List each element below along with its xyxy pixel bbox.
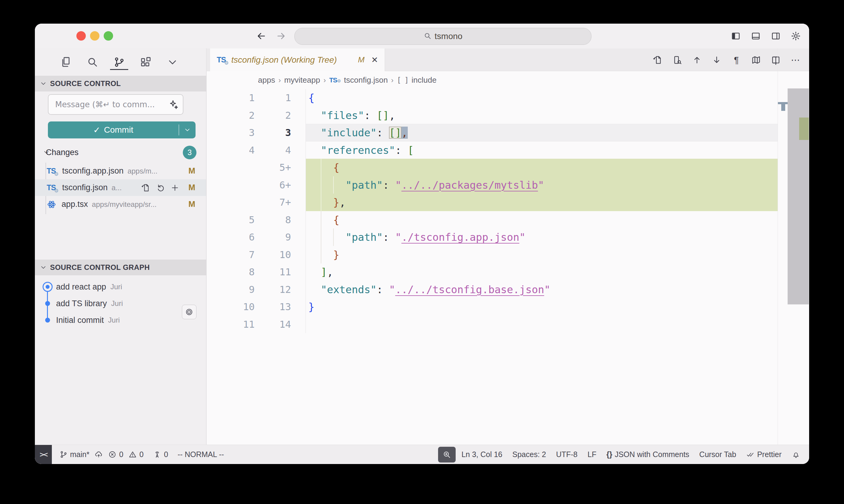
commit-row[interactable]: Initial commitJuri — [35, 312, 206, 328]
react-file-icon — [47, 200, 56, 209]
code-line-9[interactable]: 69 "path": "./tsconfig.app.json" — [207, 228, 778, 246]
line-content: "references": [ — [308, 141, 414, 159]
breadcrumb-item-include[interactable]: include — [411, 75, 436, 85]
status-item-Prettier[interactable]: Prettier — [746, 450, 781, 459]
file-name: tsconfig.json — [62, 183, 108, 192]
new-line-number: 11 — [258, 263, 291, 281]
file-row-app.tsx[interactable]: app.tsxapps/myviteapp/sr...M — [35, 196, 206, 213]
status-item-0[interactable]: 0 — [128, 450, 144, 459]
file-row-tsconfig.app.json[interactable]: TS⚙tsconfig.app.jsonapps/m...M — [35, 163, 206, 179]
status-item-UTF-8[interactable]: UTF-8 — [556, 450, 578, 459]
status-item-JSON with Comments[interactable]: {}JSON with Comments — [606, 450, 689, 459]
line-background — [306, 263, 778, 281]
source-control-graph-header[interactable]: SOURCE CONTROL GRAPH — [35, 259, 206, 275]
open-changes-icon[interactable] — [652, 55, 663, 65]
forward-arrow-icon[interactable] — [274, 29, 288, 43]
previous-change-icon[interactable] — [692, 55, 702, 65]
status-item-LF[interactable]: LF — [587, 450, 596, 459]
status-label: Spaces: 2 — [512, 450, 546, 459]
code-line-11[interactable]: 811 ], — [207, 263, 778, 281]
stage-changes-icon[interactable] — [170, 183, 179, 192]
traffic-light-minimize[interactable] — [90, 31, 100, 41]
inline-view-icon[interactable] — [672, 55, 683, 65]
status-item-0[interactable]: 0 — [108, 450, 123, 459]
status-item-Spaces: 2[interactable]: Spaces: 2 — [512, 450, 546, 459]
toggle-whitespace-icon[interactable]: ¶ — [731, 55, 742, 65]
status-item-main*[interactable]: main* — [59, 450, 89, 459]
code-line-4[interactable]: 44 "references": [ — [207, 141, 778, 159]
token: , — [389, 109, 395, 122]
commit-message-input[interactable]: Message (⌘↵ to comm... — [48, 94, 184, 115]
source-control-section-header[interactable]: SOURCE CONTROL — [35, 76, 206, 91]
layout-sidebar-right-icon[interactable] — [770, 31, 781, 41]
status-item--- NORMAL --[interactable]: -- NORMAL -- — [178, 450, 224, 459]
activity-explorer-icon[interactable] — [59, 54, 72, 71]
goto-target-button[interactable] — [182, 305, 196, 319]
activity-search-icon[interactable] — [86, 54, 99, 71]
activity-more-chevron-icon[interactable] — [166, 54, 179, 71]
commit-message-placeholder: Message (⌘↵ to comm... — [49, 100, 168, 109]
open-file-icon[interactable] — [141, 183, 150, 192]
code-line-2[interactable]: 22 "files": [], — [207, 107, 778, 124]
file-path: apps/myviteapp/sr... — [92, 200, 156, 209]
commit-row[interactable]: add react appJuri — [35, 278, 206, 295]
commit-label: Commit — [104, 125, 133, 135]
commit-button[interactable]: ✓ Commit — [48, 122, 195, 139]
token: "path" — [346, 179, 383, 191]
commit-button-main[interactable]: ✓ Commit — [48, 122, 178, 139]
code-line-10[interactable]: 710 } — [207, 246, 778, 264]
code-line-7[interactable]: 7+ }, — [207, 194, 778, 211]
status-item-0[interactable]: 0 — [153, 450, 168, 459]
close-icon[interactable]: ✕ — [371, 55, 378, 65]
traffic-light-zoom[interactable] — [104, 31, 113, 41]
toggle-map-icon[interactable] — [751, 55, 761, 65]
back-arrow-icon[interactable] — [254, 29, 268, 43]
commit-author: Juri — [108, 316, 120, 324]
code-line-3[interactable]: 33 "include": [], — [207, 124, 778, 141]
code-line-12[interactable]: 912 "extends": "../../tsconfig.base.json… — [207, 281, 778, 298]
code-line-13[interactable]: 1013} — [207, 298, 778, 316]
activity-source-control-icon[interactable] — [113, 54, 126, 71]
tab-tsconfig-working-tree[interactable]: TS⚙ tsconfig.json (Working Tree) M ✕ — [210, 49, 385, 71]
status-item-Cursor Tab[interactable]: Cursor Tab — [700, 450, 736, 459]
next-change-icon[interactable] — [711, 55, 722, 65]
layout-panel-icon[interactable] — [750, 31, 761, 41]
breadcrumb-item-myviteapp[interactable]: myviteapp — [284, 75, 320, 85]
token — [308, 109, 321, 122]
code-line-14[interactable]: 1114 — [207, 316, 778, 333]
line-content: ], — [308, 263, 333, 281]
breadcrumb-item-apps[interactable]: apps — [258, 75, 275, 85]
token: " — [395, 231, 401, 243]
file-row-tsconfig.json[interactable]: TS⚙tsconfig.jsona...M — [35, 179, 206, 196]
commit-row[interactable]: add TS libraryJuri — [35, 295, 206, 312]
code-line-6[interactable]: 6+ "path": "../../packages/mytslib" — [207, 176, 778, 194]
status-item-Ln 3, Col 16[interactable]: Ln 3, Col 16 — [461, 450, 502, 459]
token: [] — [389, 127, 401, 139]
token: { — [333, 161, 339, 174]
status-item-bell[interactable] — [792, 450, 800, 459]
token — [308, 161, 333, 174]
activity-extensions-icon[interactable] — [139, 54, 153, 71]
token: : — [377, 127, 389, 139]
layout-sidebar-left-icon[interactable] — [730, 31, 741, 41]
title-bar: tsmono — [35, 24, 809, 49]
commit-dropdown-button[interactable] — [179, 122, 195, 139]
code-line-8[interactable]: 58 { — [207, 211, 778, 229]
split-editor-icon[interactable] — [771, 55, 781, 65]
discard-changes-icon[interactable] — [156, 183, 165, 192]
status-item-cloud-upload[interactable] — [94, 450, 103, 459]
changes-header[interactable]: Changes 3 — [35, 146, 206, 159]
code-area[interactable]: 11{22 "files": [],33 "include": [],44 "r… — [207, 89, 778, 333]
remote-indicator[interactable]: >< — [35, 445, 52, 464]
code-line-1[interactable]: 11{ — [207, 89, 778, 107]
code-line-5[interactable]: 5+ { — [207, 159, 778, 176]
sparkle-icon[interactable] — [168, 100, 178, 110]
traffic-light-close[interactable] — [76, 31, 86, 41]
token: , — [327, 266, 333, 278]
command-center-search[interactable]: tsmono — [294, 28, 591, 45]
breadcrumb-item-tsconfig.json[interactable]: tsconfig.json — [344, 75, 388, 85]
zoom-button[interactable] — [438, 447, 455, 463]
settings-gear-icon[interactable] — [790, 31, 801, 41]
more-actions-icon[interactable]: ⋯ — [790, 55, 800, 65]
old-line-number — [207, 159, 255, 176]
